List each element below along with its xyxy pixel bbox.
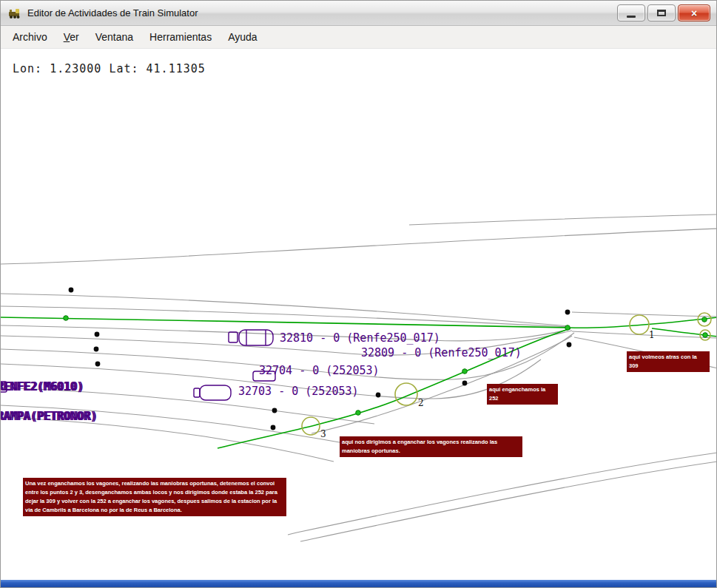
app-icon [8, 7, 21, 19]
menu-item-archivo[interactable]: Archivo [5, 28, 55, 46]
window-title: Editor de Actividades de Train Simulator [27, 7, 198, 18]
waypoint-1-number: 1 [649, 330, 655, 340]
waypoint-2-number: 2 [418, 398, 424, 408]
route-node-markers [64, 316, 708, 416]
window-bottom-border [1, 580, 716, 587]
annotation-note-2[interactable]: aqui enganchamos la 252 [487, 384, 558, 405]
siding-label-petronor[interactable]: RAMPA(PETRONOR) [0, 410, 96, 423]
annotation-note-1[interactable]: aqui volmeos atras con la 309 [627, 351, 710, 372]
close-button[interactable]: × [678, 4, 710, 21]
minimize-button[interactable] [617, 4, 645, 21]
siding-label-renfe[interactable]: RENFE2(M6010) [0, 380, 83, 393]
annotation-note-4[interactable]: Una vez enganchamos los vagones, realiza… [23, 478, 286, 516]
consist-label-32809[interactable]: 32809 - 0 (Renfe250_017) [361, 346, 522, 359]
minimize-icon [627, 16, 636, 18]
consist-label-32703[interactable]: 32703 - 0 (252053) [238, 385, 359, 398]
menu-item-ventana[interactable]: Ventana [88, 28, 141, 46]
menu-item-herramientas[interactable]: Herramientas [142, 28, 219, 46]
title-bar[interactable]: Editor de Actividades de Train Simulator… [1, 1, 716, 26]
map-canvas[interactable]: Lon: 1.23000 Lat: 41.11305 [1, 48, 716, 582]
window-controls: × [617, 4, 710, 21]
close-icon: × [691, 8, 697, 18]
waypoint-3-number: 3 [320, 429, 326, 439]
consist-label-32810[interactable]: 32810 - 0 (Renfe250_017) [280, 331, 440, 345]
app-window: Editor de Actividades de Train Simulator… [0, 0, 717, 588]
menu-item-ayuda[interactable]: Ayuda [221, 28, 264, 46]
consist-label-32704[interactable]: 32704 - 0 (252053) [259, 364, 380, 377]
maximize-icon [657, 10, 666, 16]
menu-item-ver[interactable]: Ver [56, 28, 87, 46]
waypoint-2-marker[interactable] [395, 383, 417, 405]
annotation-note-3[interactable]: aqui nos dirigimos a enganchar los vagon… [340, 436, 522, 457]
menu-bar: Archivo Ver Ventana Herramientas Ayuda [1, 26, 716, 49]
maximize-button[interactable] [647, 4, 676, 21]
